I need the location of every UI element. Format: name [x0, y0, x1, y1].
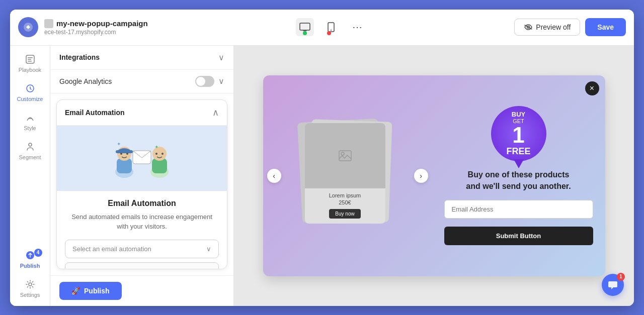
email-automation-card: Email Automation ∧ [56, 99, 227, 269]
playbook-icon [25, 54, 36, 65]
svg-point-10 [29, 143, 32, 146]
customize-label: Customize [17, 96, 43, 102]
sidebar-nav: Playbook Customize Style [10, 46, 50, 306]
device-switcher: ⋯ [148, 18, 515, 36]
svg-rect-1 [300, 23, 310, 30]
svg-point-28 [341, 152, 344, 155]
popup-headline: Buy one of these products and we'll send… [466, 169, 571, 192]
product-name: Lorem ipsum [329, 192, 361, 198]
sidebar-item-playbook[interactable]: Playbook [14, 50, 46, 77]
email-automation-illustration: ✦ ✦ [57, 126, 227, 191]
email-automation-card-title: Email Automation [65, 109, 125, 117]
canvas-area: × ‹ [234, 46, 634, 306]
publish-icon [25, 250, 36, 261]
popup-headline-line1: Buy one of these products [468, 170, 570, 179]
style-icon [25, 112, 36, 123]
google-analytics-toggle[interactable] [195, 76, 214, 87]
chat-widget[interactable]: 1 [602, 274, 624, 296]
close-icon: × [590, 84, 594, 92]
sidebar-item-customize[interactable]: Customize [14, 79, 46, 106]
mobile-status-dot [327, 31, 331, 35]
popup-close-btn[interactable]: × [585, 81, 599, 95]
svg-point-22 [155, 153, 157, 155]
submit-btn[interactable]: Submit Button [444, 227, 593, 245]
segment-label: Segment [19, 154, 41, 160]
carousel-prev-btn[interactable]: ‹ [267, 169, 281, 183]
integrations-title: Integrations [59, 53, 100, 61]
svg-text:✦: ✦ [117, 141, 121, 147]
chat-badge: 1 [617, 273, 625, 281]
svg-rect-8 [28, 61, 32, 62]
integrations-panel: Integrations ∨ Google Analytics ∨ Email … [50, 46, 234, 306]
popup-offer-section: BUY GET 1 FREE Buy one of these products… [432, 75, 605, 276]
preview-toggle-btn[interactable]: Preview off [514, 19, 580, 36]
app-window: my-new-popup-campaign ece-test-17.myshop… [10, 10, 634, 306]
publish-btn[interactable]: 🚀 Publish [59, 282, 122, 300]
product-card-front: Lorem ipsum 250€ Buy now [305, 123, 385, 224]
svg-point-17 [120, 153, 122, 155]
popup-product-carousel: ‹ [263, 75, 432, 276]
svg-rect-7 [28, 59, 31, 60]
email-automation-body: Email Automation Send automated emails t… [57, 191, 227, 240]
header: my-new-popup-campaign ece-test-17.myshop… [10, 10, 634, 46]
publish-footer: 🚀 Publish [50, 275, 233, 306]
domain: ece-test-17.myshopify.com [44, 29, 148, 36]
campaign-name: my-new-popup-campaign [56, 19, 148, 28]
email-automation-select[interactable]: Select an email automation ∨ [65, 240, 219, 258]
playbook-label: Playbook [19, 67, 41, 73]
svg-rect-16 [116, 150, 133, 153]
sidebar-item-settings[interactable]: Settings [14, 275, 46, 302]
badge-one-text: 1 [512, 124, 524, 146]
more-options-btn[interactable]: ⋯ [348, 18, 366, 36]
settings-label: Settings [20, 292, 40, 298]
customize-icon [25, 83, 36, 94]
header-actions: Preview off Save [514, 18, 626, 36]
segment-icon [25, 141, 36, 152]
mobile-view-btn[interactable] [322, 18, 340, 36]
product-info: Lorem ipsum 250€ Buy now [325, 188, 365, 223]
google-analytics-label: Google Analytics [59, 77, 112, 85]
email-address-input[interactable] [444, 200, 593, 219]
save-btn[interactable]: Save [585, 18, 626, 36]
carousel-next-btn[interactable]: › [414, 169, 428, 183]
desktop-view-btn[interactable] [296, 18, 314, 36]
badge-tail [514, 159, 524, 168]
popup-preview: × ‹ [263, 75, 605, 276]
chat-icon [607, 279, 618, 290]
plus-circle-icon: ⊕ [120, 269, 126, 269]
popup-headline-line2: and we'll send you another. [466, 182, 571, 190]
svg-rect-6 [28, 57, 33, 58]
site-info: my-new-popup-campaign ece-test-17.myshop… [44, 19, 148, 36]
email-automation-heading: Email Automation [65, 199, 219, 208]
svg-point-12 [29, 283, 32, 286]
svg-point-23 [162, 153, 164, 155]
body-area: Playbook Customize Style [10, 46, 634, 306]
integrations-chevron: ∨ [218, 53, 224, 62]
desktop-status-dot [303, 31, 307, 35]
product-cards-stack: Lorem ipsum 250€ Buy now [302, 121, 393, 231]
site-icon [44, 19, 53, 28]
sidebar-item-style[interactable]: Style [14, 108, 46, 135]
google-analytics-row: Google Analytics ∨ [50, 70, 233, 93]
rocket-icon: 🚀 [71, 287, 80, 295]
svg-point-18 [126, 153, 128, 155]
create-new-btn[interactable]: ⊕ Create new [65, 262, 219, 269]
email-automation-card-header[interactable]: Email Automation ∧ [57, 100, 227, 126]
buy-now-btn[interactable]: Buy now [329, 209, 360, 219]
badge-buy-text: BUY [512, 111, 525, 118]
svg-text:✦: ✦ [154, 144, 158, 150]
publish-nav-label: Publish [20, 263, 40, 269]
style-label: Style [24, 125, 36, 131]
publish-badge: 4 [34, 249, 42, 257]
svg-rect-27 [339, 151, 351, 161]
email-automation-collapse-btn[interactable]: ∧ [212, 107, 219, 118]
publish-label: Publish [84, 287, 110, 295]
select-placeholder: Select an email automation [72, 245, 151, 253]
google-analytics-chevron: ∨ [218, 76, 224, 86]
sidebar-item-segment[interactable]: Segment [14, 137, 46, 164]
email-automation-description: Send automated emails to increase engage… [65, 212, 219, 232]
offer-badge: BUY GET 1 FREE [491, 106, 546, 161]
app-logo [18, 17, 38, 37]
integrations-section-header[interactable]: Integrations ∨ [50, 46, 233, 70]
sidebar-item-publish[interactable]: 4 Publish [14, 246, 46, 273]
